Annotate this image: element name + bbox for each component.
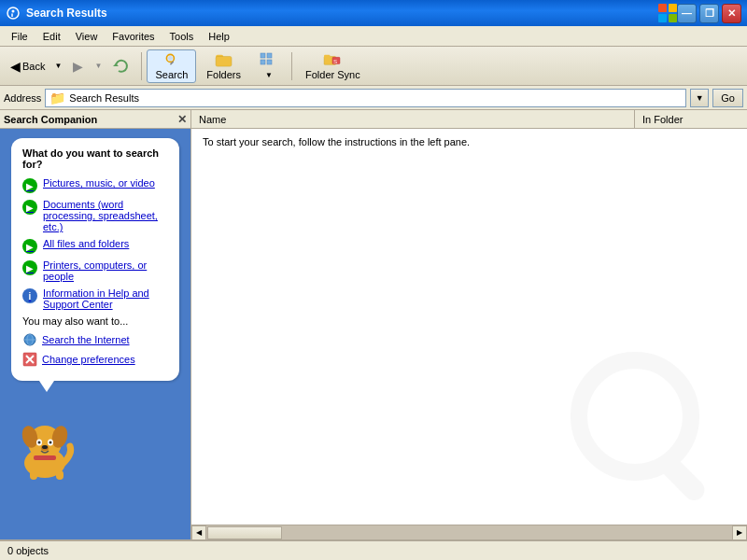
folder-icon: 📁 — [49, 91, 65, 105]
address-go-button[interactable]: Go — [712, 89, 743, 107]
menu-item-file[interactable]: File — [4, 29, 35, 44]
menu-item-tools[interactable]: Tools — [162, 29, 202, 44]
back-arrow-icon: ◀ — [10, 59, 21, 74]
globe-icon — [22, 332, 37, 347]
info-icon: i — [22, 288, 37, 303]
svg-point-9 — [168, 56, 173, 61]
search-option-files[interactable]: ▶ All files and folders — [22, 238, 168, 254]
maximize-button[interactable]: ❐ — [699, 4, 719, 23]
svg-rect-4 — [658, 14, 667, 22]
folder-sync-button[interactable]: S Folder Sync — [297, 49, 369, 83]
view-icon — [260, 52, 278, 69]
close-companion-button[interactable]: ✕ — [177, 113, 187, 126]
preferences-option-label: Change preferences — [42, 354, 135, 365]
search-option-help[interactable]: i Information in Help and Support Center — [22, 287, 168, 310]
svg-rect-16 — [267, 60, 272, 64]
address-dropdown[interactable]: ▼ — [690, 89, 709, 107]
address-label: Address — [4, 92, 41, 104]
folders-icon — [215, 52, 233, 67]
forward-dropdown[interactable]: ▼ — [92, 49, 105, 83]
svg-marker-6 — [113, 63, 119, 66]
folders-button[interactable]: Folders — [198, 49, 249, 83]
preferences-icon — [22, 352, 37, 367]
folders-label: Folders — [206, 69, 241, 80]
refresh-button[interactable] — [106, 49, 136, 83]
window-controls: — ❐ ✕ — [677, 4, 741, 23]
address-bar: Address 📁 Search Results ▼ Go — [0, 86, 747, 110]
svg-rect-13 — [261, 53, 265, 58]
close-button[interactable]: ✕ — [722, 4, 741, 23]
svg-rect-2 — [658, 4, 667, 12]
svg-point-34 — [49, 441, 52, 444]
scroll-thumb[interactable] — [207, 526, 282, 539]
companion-header: Search Companion ✕ — [0, 110, 191, 128]
search-option-pictures[interactable]: ▶ Pictures, music, or video — [22, 177, 168, 193]
toolbar: ◀ Back ▼ ▶ ▼ Search Folders — [0, 47, 747, 86]
folder-sync-label: Folder Sync — [305, 69, 360, 80]
window-icon — [6, 6, 21, 21]
scroll-right-arrow[interactable]: ▶ — [732, 525, 747, 540]
minimize-button[interactable]: — — [677, 4, 697, 23]
forward-arrow-icon: ▶ — [73, 59, 83, 74]
window-title: Search Results — [26, 7, 658, 20]
view-dropdown-icon: ▼ — [265, 71, 273, 79]
right-scrollbar: ◀ ▶ — [191, 525, 747, 539]
svg-rect-38 — [30, 470, 37, 480]
view-button[interactable]: ▼ — [251, 49, 287, 83]
arrow-icon-1: ▶ — [22, 178, 37, 193]
svg-rect-41 — [657, 454, 708, 504]
forward-button[interactable]: ▶ — [66, 49, 90, 83]
magnifier-watermark — [560, 342, 728, 511]
svg-point-40 — [579, 360, 691, 472]
status-bar: 0 objects — [0, 539, 747, 560]
svg-rect-37 — [34, 455, 56, 460]
address-value: Search Results — [69, 92, 682, 104]
name-column-header[interactable]: Name — [191, 110, 635, 128]
menu-item-favorites[interactable]: Favorites — [105, 29, 162, 44]
arrow-icon-2: ▶ — [22, 200, 37, 215]
files-option-label: All files and folders — [43, 238, 129, 249]
search-bubble: What do you want to search for? ▶ Pictur… — [11, 138, 179, 381]
menu-bar: const menuData = JSON.parse(document.get… — [0, 26, 747, 47]
back-button[interactable]: ◀ Back — [4, 49, 51, 83]
back-forward-group: ◀ Back ▼ — [4, 49, 64, 83]
search-option-printers[interactable]: ▶ Printers, computers, or people — [22, 259, 168, 282]
menu-item-edit[interactable]: Edit — [35, 29, 68, 44]
right-pane: To start your search, follow the instruc… — [191, 129, 747, 539]
dog-area — [0, 407, 190, 482]
bubble-title: What do you want to search for? — [22, 147, 168, 170]
scroll-track[interactable] — [206, 525, 732, 540]
search-button[interactable]: Search — [147, 49, 196, 83]
infolder-column-header[interactable]: In Folder — [635, 110, 747, 128]
menu-item-view[interactable]: View — [68, 29, 106, 44]
svg-rect-15 — [261, 60, 265, 64]
svg-rect-14 — [267, 53, 272, 58]
change-preferences-option[interactable]: Change preferences — [22, 352, 168, 367]
toolbar-separator-2 — [291, 52, 292, 80]
menu-item-help[interactable]: Help — [201, 29, 237, 44]
address-input-wrapper: 📁 Search Results — [45, 89, 686, 107]
also-label: You may also want to... — [22, 315, 168, 327]
content-area: Search Companion ✕ Name In Folder What d… — [0, 110, 747, 539]
companion-header-label: Search Companion — [4, 114, 97, 125]
refresh-icon — [113, 58, 130, 75]
title-bar: Search Results — ❐ ✕ — [0, 0, 747, 26]
scroll-left-arrow[interactable]: ◀ — [191, 525, 206, 540]
svg-rect-5 — [669, 14, 677, 22]
search-internet-option[interactable]: Search the Internet — [22, 332, 168, 347]
svg-text:S: S — [333, 57, 337, 63]
left-pane: What do you want to search for? ▶ Pictur… — [0, 129, 191, 539]
search-option-documents[interactable]: ▶ Documents (word processing, spreadshee… — [22, 199, 168, 232]
svg-point-33 — [38, 441, 41, 444]
svg-point-0 — [7, 7, 19, 19]
dog-image — [9, 407, 84, 482]
help-option-label: Information in Help and Support Center — [43, 287, 168, 310]
svg-point-36 — [42, 445, 48, 449]
folder-sync-icon: S — [323, 52, 342, 67]
svg-rect-3 — [669, 4, 677, 12]
internet-option-label: Search the Internet — [42, 334, 130, 345]
back-dropdown[interactable]: ▼ — [51, 49, 64, 83]
panes: What do you want to search for? ▶ Pictur… — [0, 129, 747, 539]
search-label: Search — [155, 69, 188, 80]
right-headers: Name In Folder — [191, 110, 747, 128]
